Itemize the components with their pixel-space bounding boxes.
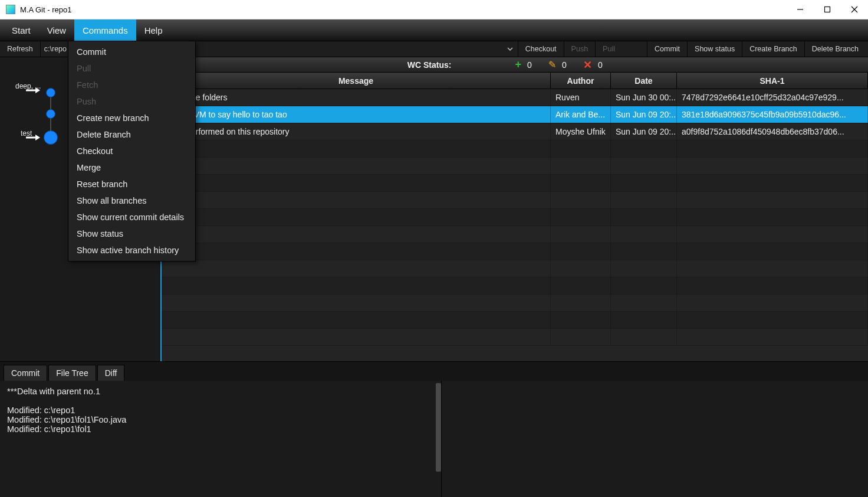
dd-create-new-branch[interactable]: Create new branch	[68, 110, 195, 126]
dd-commit[interactable]: Commit	[68, 44, 195, 60]
wc-added-count: 0	[527, 60, 538, 70]
app-body: Start View Commands Help Refresh c:\repo…	[0, 19, 868, 497]
pull-button[interactable]: Pull	[596, 41, 622, 57]
dd-delete-branch[interactable]: Delete Branch	[68, 126, 195, 143]
checkout-button[interactable]: Checkout	[518, 41, 564, 57]
repo-path-text: c:\repo	[44, 45, 67, 53]
dd-checkout[interactable]: Checkout	[68, 143, 195, 159]
commands-dropdown: Commit Pull Fetch Push Create new branch…	[68, 41, 196, 261]
commit-table-pane: WC Status: + 0 ✎ 0 ✕ 0 Message Author Da…	[160, 57, 868, 361]
cell-message: Foo PSVM to say hello to tao tao	[162, 106, 551, 123]
wc-deleted-count: 0	[598, 60, 609, 70]
table-row	[162, 175, 868, 192]
menubar: Start View Commands Help	[0, 19, 868, 41]
svg-rect-1	[825, 7, 830, 12]
menu-commands[interactable]: Commands	[74, 19, 136, 41]
th-author[interactable]: Author	[551, 73, 611, 89]
commit-node[interactable]	[46, 88, 55, 97]
dd-show-status[interactable]: Show status	[68, 225, 195, 242]
bottom-tabs: Commit File Tree Diff	[0, 362, 868, 381]
wc-modified-count: 0	[562, 60, 573, 70]
push-button[interactable]: Push	[564, 41, 596, 57]
table-row[interactable]: two more folders Ruven Sun Jun 30 00:...…	[162, 89, 868, 106]
cell-message: two more folders	[162, 89, 551, 106]
th-message[interactable]: Message	[162, 73, 551, 89]
dd-merge[interactable]: Merge	[68, 159, 195, 176]
svg-marker-5	[35, 87, 40, 93]
delete-branch-button[interactable]: Delete Branch	[805, 41, 868, 57]
tab-commit[interactable]: Commit	[4, 365, 47, 381]
arrow-icon	[25, 87, 40, 94]
dd-reset-branch[interactable]: Reset branch	[68, 176, 195, 192]
diff-text[interactable]: ***Delta with parent no.1 Modified: c:\r…	[0, 381, 442, 497]
cell-author: Ruven	[551, 89, 611, 106]
menu-start[interactable]: Start	[4, 19, 39, 41]
dd-show-current-commit-details[interactable]: Show current commit details	[68, 209, 195, 225]
cell-date: Sun Jun 30 00:...	[611, 89, 677, 106]
dd-pull[interactable]: Pull	[68, 60, 195, 77]
table-row	[162, 158, 868, 175]
titlebar: M.A Git - repo1	[0, 0, 868, 19]
wc-status-label: WC Status:	[407, 60, 452, 70]
table-header: Message Author Date SHA-1	[162, 73, 868, 89]
cell-author: Arik and Be...	[551, 106, 611, 123]
cell-date: Sun Jun 09 20:...	[611, 123, 677, 140]
tab-file-tree[interactable]: File Tree	[48, 365, 96, 381]
table-row	[162, 295, 868, 312]
menu-help[interactable]: Help	[136, 19, 171, 41]
commit-node-head[interactable]	[44, 130, 58, 145]
cell-sha: 7478d7292e6641e10cff25d32a04c97e929...	[677, 89, 868, 106]
app-icon	[6, 5, 15, 14]
dd-show-all-branches[interactable]: Show all branches	[68, 192, 195, 209]
dd-push[interactable]: Push	[68, 93, 195, 110]
close-button[interactable]	[841, 0, 868, 19]
cell-sha: a0f9f8d752a1086df450948db6ec8fb37d06...	[677, 123, 868, 140]
dd-show-active-branch-history[interactable]: Show active branch history	[68, 242, 195, 259]
graph-edge	[50, 97, 51, 110]
cell-author: Moyshe Ufnik	[551, 123, 611, 140]
cell-date: Sun Jun 09 20:...	[611, 106, 677, 123]
wc-modified: ✎ 0	[548, 59, 573, 70]
commit-button[interactable]: Commit	[647, 41, 688, 57]
commit-node[interactable]	[46, 109, 55, 119]
th-sha[interactable]: SHA-1	[677, 73, 868, 89]
table-row	[162, 329, 868, 346]
table-row	[162, 140, 868, 158]
table-row	[162, 260, 868, 277]
x-icon: ✕	[583, 58, 592, 71]
pencil-icon: ✎	[548, 59, 556, 70]
menu-view[interactable]: View	[39, 19, 74, 41]
wc-added: + 0	[515, 58, 538, 71]
bottom-pane: Commit File Tree Diff ***Delta with pare…	[0, 361, 868, 497]
table-body: two more folders Ruven Sun Jun 30 00:...…	[162, 89, 868, 361]
graph-edge	[50, 119, 51, 132]
table-row	[162, 243, 868, 260]
table-row[interactable]: mmit performed on this repository Moyshe…	[162, 123, 868, 140]
table-row	[162, 226, 868, 243]
minimize-button[interactable]	[787, 0, 814, 19]
table-row	[162, 192, 868, 209]
dd-fetch[interactable]: Fetch	[68, 77, 195, 93]
tab-diff[interactable]: Diff	[97, 365, 125, 381]
table-row	[162, 209, 868, 226]
cell-sha: 381e18d6a9096375c45fb9a09b5910dac96...	[677, 106, 868, 123]
table-row	[162, 277, 868, 295]
maximize-button[interactable]	[814, 0, 841, 19]
svg-marker-7	[35, 135, 40, 140]
window-title: M.A Git - repo1	[20, 5, 71, 14]
chevron-down-icon[interactable]	[505, 44, 515, 54]
cell-message: mmit performed on this repository	[162, 123, 551, 140]
th-date[interactable]: Date	[611, 73, 677, 89]
show-status-button[interactable]: Show status	[688, 41, 742, 57]
bottom-right-pane	[442, 381, 869, 497]
plus-icon: +	[515, 58, 521, 71]
arrow-icon	[25, 134, 40, 141]
refresh-button[interactable]: Refresh	[0, 41, 41, 57]
table-row	[162, 312, 868, 329]
wc-deleted: ✕ 0	[583, 58, 609, 71]
table-row[interactable]: Foo PSVM to say hello to tao tao Arik an…	[162, 106, 868, 123]
scrollbar-thumb[interactable]	[436, 383, 441, 472]
wc-status-bar: WC Status: + 0 ✎ 0 ✕ 0	[162, 57, 868, 73]
create-branch-button[interactable]: Create Branch	[742, 41, 805, 57]
